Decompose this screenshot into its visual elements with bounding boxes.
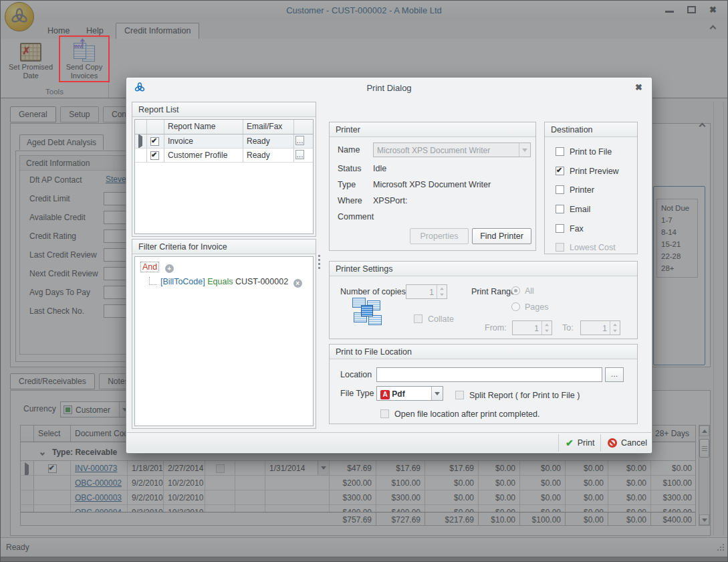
application-window: Customer - CUST-000002 - A Mobile Ltd ✖ …	[0, 0, 728, 562]
printer-name-value: Microsoft XPS Document Writer	[374, 143, 519, 157]
lowest-cost-checkbox[interactable]: Lowest Cost	[556, 241, 616, 253]
report-row[interactable]: InvoiceReady…	[135, 134, 313, 149]
printer-settings-header: Printer Settings	[330, 262, 637, 276]
print-button[interactable]: ✔ Print	[558, 434, 601, 452]
file-type-label: File Type	[340, 389, 374, 398]
report-list-grid: Report NameEmail/Fax InvoiceReady… Custo…	[134, 119, 314, 234]
report-status: Ready	[243, 134, 294, 148]
chevron-down-icon[interactable]	[431, 387, 443, 400]
split-report-checkbox[interactable]: Split Report ( for Print to File )	[455, 389, 580, 401]
print-preview-checkbox[interactable]: Print Preview	[556, 165, 619, 177]
collate-pages-icon	[352, 298, 384, 326]
printer-group: Printer Name Microsoft XPS Document Writ…	[329, 122, 536, 251]
annotation-highlight-box	[59, 35, 110, 82]
destination-header: Destination	[545, 122, 637, 137]
cancel-button-label: Cancel	[621, 438, 647, 448]
chevron-down-icon[interactable]	[519, 143, 530, 157]
printer-header: Printer	[330, 122, 535, 137]
fax-checkbox[interactable]: Fax	[556, 222, 584, 234]
to-label: To:	[562, 323, 574, 333]
location-label: Location	[340, 370, 372, 379]
to-spinner[interactable]: 1	[580, 320, 620, 335]
report-name: Invoice	[164, 134, 243, 148]
cancel-button[interactable]: Cancel	[600, 434, 654, 452]
header-report-name[interactable]: Report Name	[164, 120, 243, 134]
add-condition-icon[interactable]: +	[165, 264, 174, 273]
file-location-header: Print to File Location	[330, 345, 637, 359]
filter-field[interactable]: [BillToCode]	[160, 277, 205, 286]
spinner-arrows-icon[interactable]	[437, 285, 447, 298]
browse-button[interactable]: …	[605, 367, 624, 382]
report-list-group: Report List Report NameEmail/Fax Invoice…	[132, 102, 316, 237]
report-row[interactable]: Customer ProfileReady…	[135, 149, 313, 163]
report-status: Ready	[243, 149, 294, 162]
destination-group: Destination Print to File Print Preview …	[544, 122, 638, 254]
print-button-label: Print	[578, 438, 595, 448]
remove-condition-icon[interactable]: ×	[293, 279, 302, 288]
email-checkbox[interactable]: Email	[556, 203, 590, 215]
dialog-close-icon[interactable]: ✖	[635, 82, 642, 92]
file-type-value: Pdf	[392, 389, 404, 399]
printer-name-label: Name	[338, 145, 360, 155]
range-all-radio[interactable]: All	[511, 284, 534, 296]
printer-status-value: Idle	[373, 164, 386, 173]
printer-type-label: Type	[338, 180, 356, 189]
printer-settings-group: Printer Settings Number of copies 1 Coll…	[329, 261, 638, 339]
properties-button[interactable]: Properties	[410, 228, 469, 244]
copies-label: Number of copies	[340, 287, 406, 296]
print-dialog: Print Dialog ✖ Report List Report NameEm…	[126, 77, 652, 454]
dialog-title: Print Dialog	[126, 83, 652, 93]
printer-name-dropdown[interactable]: Microsoft XPS Document Writer	[373, 143, 531, 157]
report-grid-header: Report NameEmail/Fax	[135, 120, 313, 134]
spinner-arrows-icon[interactable]	[610, 321, 620, 335]
header-email-fax[interactable]: Email/Fax	[243, 120, 294, 134]
panel-splitter[interactable]	[318, 253, 321, 271]
printer-checkbox[interactable]: Printer	[556, 183, 594, 195]
filter-comparison[interactable]: Equals	[207, 277, 233, 286]
printer-status-label: Status	[338, 164, 361, 173]
filter-criteria-group: Filter Criteria for Invoice And + [BillT…	[132, 239, 316, 429]
printer-type-value: Microsoft XPS Document Writer	[373, 180, 491, 189]
location-input[interactable]	[376, 367, 602, 382]
dialog-footer: ✔ Print Cancel	[127, 432, 651, 452]
cancel-icon	[608, 438, 617, 448]
ellipsis-button[interactable]: …	[295, 150, 304, 159]
pdf-icon: A	[380, 390, 390, 399]
find-printer-button[interactable]: Find Printer	[472, 228, 531, 244]
file-type-dropdown[interactable]: A Pdf	[376, 386, 443, 401]
tree-elbow	[149, 277, 157, 285]
filter-operator[interactable]: And	[140, 262, 159, 272]
copies-spinner[interactable]: 1	[406, 284, 447, 299]
row-indicator-icon	[135, 134, 147, 148]
check-icon: ✔	[566, 438, 574, 448]
dialog-titlebar: Print Dialog ✖	[126, 78, 652, 98]
print-range-label: Print Range	[471, 287, 515, 296]
collate-checkbox[interactable]: Collate	[414, 312, 454, 324]
open-file-location-checkbox[interactable]: Open file location after print completed…	[380, 407, 539, 419]
report-list-header: Report List	[132, 102, 316, 117]
file-location-group: Print to File Location Location … File T…	[329, 344, 638, 424]
from-label: From:	[485, 323, 507, 333]
filter-condition-row[interactable]: [BillToCode] Equals CUST-000002 ×	[140, 277, 308, 288]
print-to-file-checkbox[interactable]: Print to File	[556, 145, 612, 157]
spinner-arrows-icon[interactable]	[541, 321, 552, 335]
report-name: Customer Profile	[164, 149, 243, 162]
report-checkbox[interactable]	[147, 134, 164, 148]
printer-comment-label: Comment	[338, 212, 374, 221]
filter-operator-row: And +	[140, 262, 308, 273]
from-spinner[interactable]: 1	[512, 320, 552, 335]
printer-where-value: XPSPort:	[373, 196, 407, 205]
filter-criteria-header: Filter Criteria for Invoice	[132, 240, 316, 254]
printer-where-label: Where	[338, 196, 362, 205]
filter-criteria-body: And + [BillToCode] Equals CUST-000002 ×	[134, 256, 314, 426]
ellipsis-button[interactable]: …	[295, 136, 304, 145]
report-checkbox[interactable]	[147, 149, 164, 162]
range-pages-radio[interactable]: Pages	[511, 300, 548, 312]
filter-value[interactable]: CUST-000002	[235, 277, 288, 286]
